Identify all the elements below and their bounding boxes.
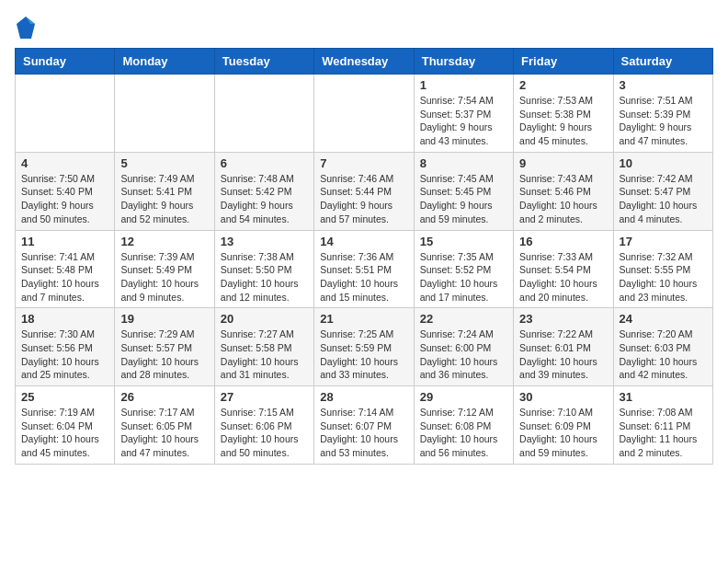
- day-cell: 4Sunrise: 7:50 AMSunset: 5:40 PMDaylight…: [16, 152, 115, 230]
- week-row-5: 25Sunrise: 7:19 AMSunset: 6:04 PMDayligh…: [16, 386, 713, 465]
- day-number: 2: [519, 78, 607, 92]
- day-info: Sunrise: 7:54 AMSunset: 5:37 PMDaylight:…: [420, 94, 507, 148]
- day-cell: 11Sunrise: 7:41 AMSunset: 5:48 PMDayligh…: [16, 230, 115, 308]
- day-number: 24: [620, 312, 707, 326]
- day-number: 12: [120, 235, 208, 248]
- day-info: Sunrise: 7:53 AMSunset: 5:38 PMDaylight:…: [519, 94, 607, 148]
- day-number: 30: [519, 390, 607, 404]
- day-info: Sunrise: 7:51 AMSunset: 5:39 PMDaylight:…: [620, 94, 707, 148]
- day-number: 14: [320, 235, 407, 248]
- day-cell: 8Sunrise: 7:45 AMSunset: 5:45 PMDaylight…: [414, 152, 513, 230]
- day-info: Sunrise: 7:30 AMSunset: 5:56 PMDaylight:…: [21, 327, 108, 382]
- svg-marker-0: [17, 17, 35, 39]
- day-info: Sunrise: 7:10 AMSunset: 6:09 PMDaylight:…: [519, 406, 607, 460]
- day-number: 13: [221, 235, 308, 248]
- day-number: 17: [620, 235, 707, 248]
- day-number: 25: [21, 390, 108, 404]
- day-cell: 29Sunrise: 7:12 AMSunset: 6:08 PMDayligh…: [414, 386, 513, 465]
- day-info: Sunrise: 7:46 AMSunset: 5:44 PMDaylight:…: [320, 172, 407, 226]
- day-number: 15: [420, 235, 507, 248]
- day-number: 1: [420, 78, 507, 92]
- weekday-header-row: SundayMondayTuesdayWednesdayThursdayFrid…: [16, 49, 713, 75]
- day-info: Sunrise: 7:29 AMSunset: 5:57 PMDaylight:…: [120, 327, 208, 382]
- day-info: Sunrise: 7:36 AMSunset: 5:51 PMDaylight:…: [320, 250, 407, 304]
- day-cell: 20Sunrise: 7:27 AMSunset: 5:58 PMDayligh…: [214, 308, 313, 386]
- day-info: Sunrise: 7:12 AMSunset: 6:08 PMDaylight:…: [420, 406, 507, 460]
- day-number: 10: [620, 156, 707, 170]
- day-info: Sunrise: 7:14 AMSunset: 6:07 PMDaylight:…: [320, 406, 407, 460]
- day-info: Sunrise: 7:25 AMSunset: 5:59 PMDaylight:…: [320, 327, 407, 382]
- day-cell: 15Sunrise: 7:35 AMSunset: 5:52 PMDayligh…: [414, 230, 513, 308]
- weekday-header-friday: Friday: [514, 49, 613, 75]
- day-info: Sunrise: 7:45 AMSunset: 5:45 PMDaylight:…: [420, 172, 507, 226]
- day-info: Sunrise: 7:38 AMSunset: 5:50 PMDaylight:…: [221, 250, 308, 304]
- weekday-header-monday: Monday: [115, 49, 214, 75]
- day-cell: 23Sunrise: 7:22 AMSunset: 6:01 PMDayligh…: [514, 308, 613, 386]
- day-cell: 19Sunrise: 7:29 AMSunset: 5:57 PMDayligh…: [115, 308, 214, 386]
- day-cell: 10Sunrise: 7:42 AMSunset: 5:47 PMDayligh…: [613, 152, 712, 230]
- day-cell: 7Sunrise: 7:46 AMSunset: 5:44 PMDaylight…: [314, 152, 414, 230]
- day-info: Sunrise: 7:15 AMSunset: 6:06 PMDaylight:…: [221, 406, 308, 460]
- day-cell: 6Sunrise: 7:48 AMSunset: 5:42 PMDaylight…: [214, 152, 313, 230]
- day-cell: 31Sunrise: 7:08 AMSunset: 6:11 PMDayligh…: [613, 386, 712, 465]
- day-number: 23: [519, 312, 607, 326]
- day-cell: 28Sunrise: 7:14 AMSunset: 6:07 PMDayligh…: [314, 386, 414, 465]
- day-number: 11: [21, 235, 108, 248]
- day-cell: 17Sunrise: 7:32 AMSunset: 5:55 PMDayligh…: [613, 230, 712, 308]
- day-cell: 22Sunrise: 7:24 AMSunset: 6:00 PMDayligh…: [414, 308, 513, 386]
- week-row-4: 18Sunrise: 7:30 AMSunset: 5:56 PMDayligh…: [16, 308, 713, 386]
- day-info: Sunrise: 7:17 AMSunset: 6:05 PMDaylight:…: [120, 406, 208, 460]
- day-number: 19: [120, 312, 208, 326]
- week-row-2: 4Sunrise: 7:50 AMSunset: 5:40 PMDaylight…: [16, 152, 713, 230]
- day-info: Sunrise: 7:08 AMSunset: 6:11 PMDaylight:…: [620, 406, 707, 460]
- week-row-3: 11Sunrise: 7:41 AMSunset: 5:48 PMDayligh…: [16, 230, 713, 308]
- day-cell: 13Sunrise: 7:38 AMSunset: 5:50 PMDayligh…: [214, 230, 313, 308]
- day-number: 28: [320, 390, 407, 404]
- weekday-header-thursday: Thursday: [414, 49, 513, 75]
- day-number: 7: [320, 156, 407, 170]
- day-cell: 27Sunrise: 7:15 AMSunset: 6:06 PMDayligh…: [214, 386, 313, 465]
- day-info: Sunrise: 7:35 AMSunset: 5:52 PMDaylight:…: [420, 250, 507, 304]
- day-number: 26: [120, 390, 208, 404]
- weekday-header-wednesday: Wednesday: [314, 49, 414, 75]
- day-cell: 16Sunrise: 7:33 AMSunset: 5:54 PMDayligh…: [514, 230, 613, 308]
- day-number: 31: [620, 390, 707, 404]
- day-info: Sunrise: 7:19 AMSunset: 6:04 PMDaylight:…: [21, 406, 108, 460]
- day-number: 29: [420, 390, 507, 404]
- day-cell: [16, 75, 115, 153]
- day-number: 22: [420, 312, 507, 326]
- day-cell: 3Sunrise: 7:51 AMSunset: 5:39 PMDaylight…: [613, 75, 712, 153]
- day-cell: [214, 75, 313, 153]
- day-number: 20: [221, 312, 308, 326]
- day-cell: 9Sunrise: 7:43 AMSunset: 5:46 PMDaylight…: [514, 152, 613, 230]
- day-cell: 12Sunrise: 7:39 AMSunset: 5:49 PMDayligh…: [115, 230, 214, 308]
- day-cell: 1Sunrise: 7:54 AMSunset: 5:37 PMDaylight…: [414, 75, 513, 153]
- weekday-header-saturday: Saturday: [613, 49, 712, 75]
- day-number: 4: [21, 156, 108, 170]
- weekday-header-tuesday: Tuesday: [214, 49, 313, 75]
- day-info: Sunrise: 7:50 AMSunset: 5:40 PMDaylight:…: [21, 172, 108, 226]
- day-cell: [314, 75, 414, 153]
- weekday-header-sunday: Sunday: [16, 49, 115, 75]
- header: [15, 15, 713, 40]
- day-number: 21: [320, 312, 407, 326]
- day-cell: 18Sunrise: 7:30 AMSunset: 5:56 PMDayligh…: [16, 308, 115, 386]
- day-cell: 25Sunrise: 7:19 AMSunset: 6:04 PMDayligh…: [16, 386, 115, 465]
- day-cell: 2Sunrise: 7:53 AMSunset: 5:38 PMDaylight…: [514, 75, 613, 153]
- day-cell: 24Sunrise: 7:20 AMSunset: 6:03 PMDayligh…: [613, 308, 712, 386]
- day-number: 18: [21, 312, 108, 326]
- day-cell: 26Sunrise: 7:17 AMSunset: 6:05 PMDayligh…: [115, 386, 214, 465]
- day-number: 6: [221, 156, 308, 170]
- day-info: Sunrise: 7:24 AMSunset: 6:00 PMDaylight:…: [420, 327, 507, 382]
- day-number: 27: [221, 390, 308, 404]
- day-info: Sunrise: 7:41 AMSunset: 5:48 PMDaylight:…: [21, 250, 108, 304]
- day-info: Sunrise: 7:48 AMSunset: 5:42 PMDaylight:…: [221, 172, 308, 226]
- logo: [15, 15, 40, 40]
- calendar: SundayMondayTuesdayWednesdayThursdayFrid…: [15, 48, 713, 465]
- day-number: 5: [120, 156, 208, 170]
- day-info: Sunrise: 7:20 AMSunset: 6:03 PMDaylight:…: [620, 327, 707, 382]
- day-info: Sunrise: 7:39 AMSunset: 5:49 PMDaylight:…: [120, 250, 208, 304]
- day-number: 8: [420, 156, 507, 170]
- day-number: 9: [519, 156, 607, 170]
- day-info: Sunrise: 7:32 AMSunset: 5:55 PMDaylight:…: [620, 250, 707, 304]
